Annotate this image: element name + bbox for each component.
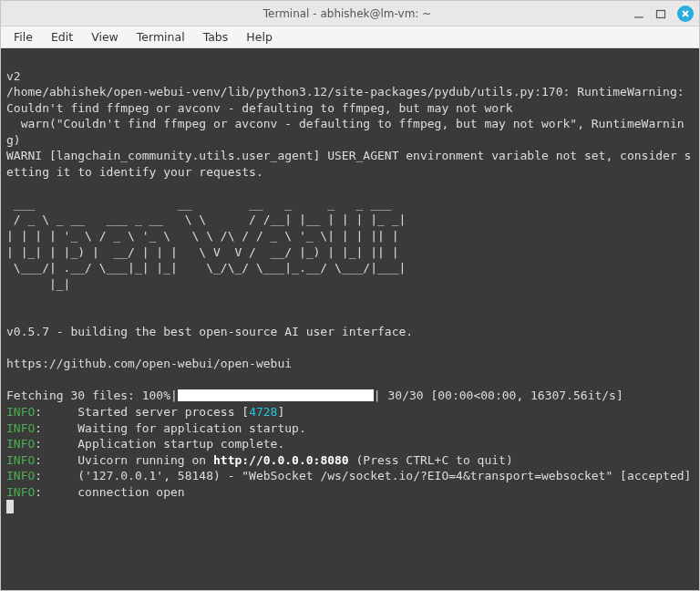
window-title: Terminal - abhishek@lm-vm: ~: [61, 7, 633, 20]
ascii-logo: ___ __ __ _ _ _ ___ / _ \ _ __ ___ _ __ …: [6, 197, 406, 291]
minimize-button[interactable]: [633, 8, 644, 19]
progress-line: Fetching 30 files: 100%|| 30/30 [00:00<0…: [6, 389, 623, 402]
maximize-button[interactable]: [655, 8, 666, 19]
menu-terminal[interactable]: Terminal: [128, 28, 194, 46]
out-line: /home/abhishek/open-webui-venv/lib/pytho…: [6, 85, 691, 115]
menu-tabs[interactable]: Tabs: [194, 28, 238, 46]
log-info: INFO: Application startup complete.: [6, 437, 284, 451]
log-info: INFO: Uvicorn running on http://0.0.0.0:…: [6, 453, 513, 467]
out-line: v0.5.7 - building the best open-source A…: [6, 325, 413, 338]
progress-bar-icon: [178, 389, 374, 401]
log-info: INFO: Waiting for application startup.: [6, 421, 306, 435]
close-button[interactable]: [677, 5, 694, 22]
out-line: WARNI [langchain_community.utils.user_ag…: [6, 149, 691, 179]
titlebar: Terminal - abhishek@lm-vm: ~: [1, 1, 699, 26]
menu-help[interactable]: Help: [237, 28, 282, 46]
log-info: INFO: ('127.0.0.1', 58148) - "WebSocket …: [6, 469, 691, 482]
log-info: INFO: Started server process [4728]: [6, 405, 284, 419]
cursor-icon: [6, 500, 14, 513]
terminal-window: Terminal - abhishek@lm-vm: ~ File Edit V…: [0, 0, 700, 591]
menu-file[interactable]: File: [5, 28, 42, 46]
window-controls: [633, 5, 694, 22]
menu-view[interactable]: View: [82, 28, 128, 46]
out-line: v2: [6, 69, 21, 83]
out-line: https://github.com/open-webui/open-webui: [6, 357, 292, 370]
menu-edit[interactable]: Edit: [42, 28, 82, 46]
log-info: INFO: connection open: [6, 485, 185, 499]
terminal-area[interactable]: v2 /home/abhishek/open-webui-venv/lib/py…: [1, 48, 699, 590]
out-line: warn("Couldn't find ffmpeg or avconv - d…: [6, 117, 685, 147]
menubar: File Edit View Terminal Tabs Help: [1, 26, 699, 48]
svg-rect-1: [657, 10, 665, 17]
